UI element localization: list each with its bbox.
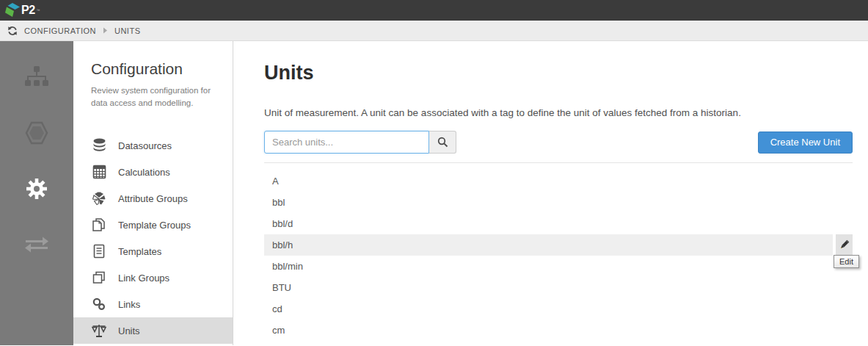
icon-rail	[0, 41, 73, 345]
sidebar-title: Configuration	[73, 60, 233, 78]
hexagon-icon	[24, 121, 49, 145]
breadcrumb: CONFIGURATION UNITS	[0, 21, 868, 41]
balance-scale-icon	[91, 323, 107, 338]
p2-logo[interactable]: P2 ™	[5, 2, 40, 18]
unit-row[interactable]: BTU	[264, 277, 853, 298]
copy-pages-icon	[91, 217, 107, 232]
rail-item-hexagon[interactable]	[0, 118, 73, 148]
unit-row[interactable]: cm	[264, 320, 853, 341]
unit-row[interactable]: A	[264, 170, 853, 192]
sidebar-item-calculations[interactable]: Calculations	[73, 159, 233, 185]
unit-label: cm	[272, 325, 285, 336]
p2-diamond-logo-icon	[5, 2, 21, 18]
rail-item-hierarchy[interactable]	[0, 62, 73, 92]
search-group	[264, 131, 456, 154]
unit-row[interactable]: bbl/min	[264, 256, 853, 277]
database-icon	[91, 138, 107, 153]
logo-trademark: ™	[37, 8, 40, 12]
config-sidebar: Configuration Review system configuratio…	[73, 41, 233, 345]
breadcrumb-item-configuration[interactable]: CONFIGURATION	[24, 26, 96, 35]
unit-label: cd	[272, 303, 282, 314]
create-new-unit-button[interactable]: Create New Unit	[758, 131, 853, 154]
unit-row[interactable]: cd	[264, 298, 853, 320]
unit-label: bbl/min	[272, 261, 303, 272]
hierarchy-icon	[23, 65, 50, 90]
chain-links-icon	[91, 297, 107, 311]
search-icon	[437, 137, 448, 148]
sidebar-item-label: Links	[118, 299, 140, 310]
unit-label: bbl	[272, 197, 285, 208]
sidebar-item-attribute-groups[interactable]: Attribute Groups	[73, 185, 233, 212]
sidebar-item-label: Units	[118, 325, 140, 336]
unit-row[interactable]: bbl/h	[264, 234, 853, 256]
refresh-icon[interactable]	[7, 26, 18, 36]
rail-item-settings[interactable]	[0, 174, 73, 203]
gear-icon	[25, 177, 48, 201]
sidebar-subtitle: Review system configuration for data acc…	[73, 84, 233, 109]
main-content: Units Unit of measurement. A unit can be…	[233, 41, 868, 345]
pencil-icon	[838, 239, 850, 251]
sidebar-item-label: Template Groups	[118, 220, 191, 231]
sidebar-item-label: Link Groups	[118, 273, 169, 284]
app-window: P2 ™ CONFIGURATION UNITS	[0, 0, 868, 346]
breadcrumb-chevron-icon	[103, 27, 108, 34]
sidebar-item-template-groups[interactable]: Template Groups	[73, 212, 233, 238]
sidebar-item-label: Templates	[118, 246, 161, 257]
sidebar-item-link-groups[interactable]: Link Groups	[73, 264, 233, 291]
sidebar-item-datasources[interactable]: Datasources	[73, 132, 233, 159]
sidebar-item-links[interactable]: Links	[73, 291, 233, 317]
top-bar: P2 ™	[0, 0, 868, 21]
unit-row[interactable]: dB	[264, 341, 853, 346]
unit-label: bbl/h	[272, 239, 293, 251]
config-menu: Datasources	[73, 132, 233, 344]
toolbar: Create New Unit	[264, 131, 853, 154]
rail-item-transfer[interactable]	[0, 230, 73, 259]
unit-label: A	[272, 176, 279, 187]
document-icon	[91, 244, 107, 259]
calculator-icon	[91, 165, 107, 179]
page-description: Unit of measurement. A unit can be assoc…	[264, 107, 853, 118]
unit-row[interactable]: bbl	[264, 192, 853, 213]
segmented-wheel-icon	[91, 191, 107, 206]
unit-label: BTU	[272, 282, 291, 293]
page-title: Units	[264, 62, 853, 84]
unit-label: bbl/d	[272, 218, 293, 229]
unit-row[interactable]: bbl/d	[264, 213, 853, 234]
edit-tooltip: Edit	[834, 255, 859, 268]
sidebar-item-units[interactable]: Units	[73, 317, 233, 344]
sidebar-item-label: Datasources	[118, 140, 172, 151]
search-button[interactable]	[429, 131, 456, 154]
overlapping-squares-icon	[91, 270, 107, 285]
sidebar-item-label: Calculations	[118, 167, 170, 178]
sidebar-item-label: Attribute Groups	[118, 193, 188, 204]
list-divider	[264, 162, 853, 163]
sidebar-item-templates[interactable]: Templates	[73, 238, 233, 264]
edit-unit-button[interactable]	[833, 234, 853, 256]
units-list: Abblbbl/dbbl/hbbl/minBTUcdcmdB	[264, 170, 853, 346]
breadcrumb-item-units: UNITS	[114, 26, 141, 35]
search-input[interactable]	[264, 131, 429, 154]
transfer-arrows-icon	[23, 235, 50, 254]
logo-text: P2	[21, 4, 35, 16]
